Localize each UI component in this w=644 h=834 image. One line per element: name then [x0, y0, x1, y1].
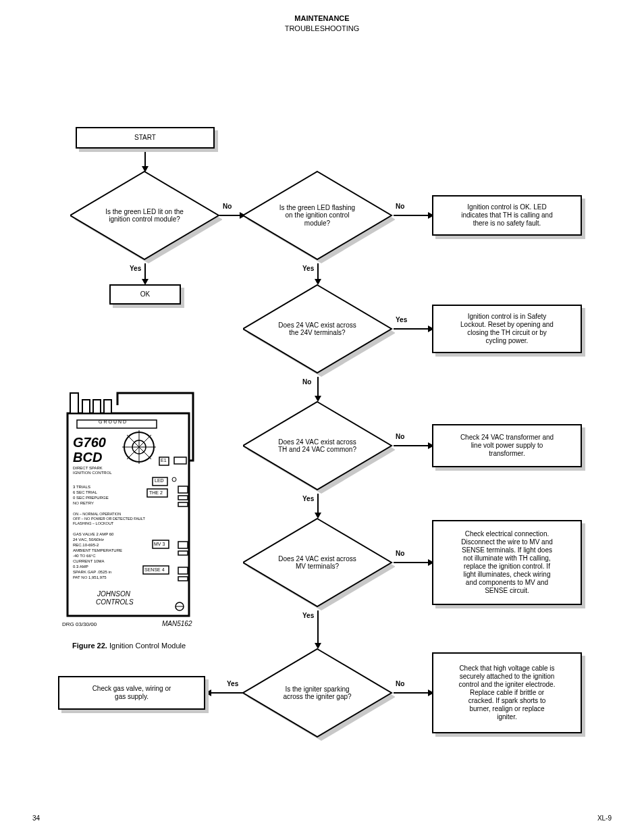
arrow	[394, 215, 429, 216]
label-no: No	[396, 550, 404, 557]
device-series: BCD	[73, 450, 102, 465]
svg-rect-25	[174, 457, 186, 464]
svg-rect-31	[178, 551, 188, 555]
arrow	[394, 692, 429, 694]
pcb-date: DRG 03/30/00	[62, 621, 97, 627]
arrow	[317, 263, 319, 280]
action-transformer: Check 24 VAC transformer andline volt po…	[432, 424, 582, 467]
action-text: Check that high voltage cable issecurely…	[455, 660, 560, 725]
decision-mv-terminals: Does 24 VAC exist acrossMV terminals?	[243, 516, 392, 609]
svg-rect-29	[178, 502, 188, 506]
svg-rect-27	[178, 486, 188, 493]
ignition-control-module-figure: GROUND G760 BCD DIRECT SPARK IGNITION CO…	[58, 380, 198, 643]
device-rating: AMBIENT TEMPERATURE	[73, 548, 122, 552]
svg-rect-13	[70, 393, 78, 413]
device-rating: 24 VAC, 50/60Hz	[73, 538, 104, 542]
svg-rect-16	[104, 400, 111, 413]
action-text: Check gas valve, wiring orgas supply.	[88, 681, 176, 705]
label-no: No	[396, 203, 404, 210]
decision-text: Is the green LED lit on theignition cont…	[70, 169, 219, 262]
action-lockout: Ignition control is in SafetyLockout. Re…	[432, 305, 582, 353]
label-yes: Yes	[396, 316, 407, 323]
svg-rect-30	[178, 542, 188, 548]
action-ok: Ignition control is OK. LEDindicates tha…	[432, 195, 582, 236]
ok-node: OK	[109, 284, 181, 305]
decision-text: Does 24 VAC exist acrossMV terminals?	[243, 516, 392, 609]
arrow	[317, 610, 319, 644]
label-yes: Yes	[302, 612, 314, 619]
label-yes: Yes	[130, 265, 141, 272]
device-led-on: ON – NORMAL OPERATION	[73, 512, 121, 516]
decision-igniter-spark: Is the igniter sparkingacross the ignite…	[243, 646, 392, 739]
device-sub2: IGNITION CONTROL	[73, 471, 112, 475]
start-node: START	[76, 127, 215, 149]
action-text: Ignition control is in SafetyLockout. Re…	[456, 309, 558, 349]
action-text: Ignition control is OK. LEDindicates tha…	[457, 199, 556, 232]
label-no: No	[396, 680, 404, 687]
device-rating: SPARK GAP .0525 in	[73, 570, 111, 574]
device-rating: CURRENT 10MA	[73, 559, 105, 563]
device-rating: GAS VALVE 2 AMP 60	[73, 532, 113, 536]
action-text: Check electrical connection.Disconnect t…	[457, 526, 557, 599]
start-label: START	[130, 130, 160, 146]
arrow	[317, 377, 319, 397]
device-rating: -40 TO 66°C	[73, 554, 96, 558]
decision-text: Does 24 VAC exist acrossthe 24V terminal…	[243, 282, 392, 375]
label-yes: Yes	[227, 680, 238, 687]
device-sub1: DIRECT SPARK	[73, 466, 103, 470]
device-spec: 0 SEC PREPURGE	[73, 496, 109, 500]
term-mv3: MV 3	[154, 542, 165, 546]
term-sense4: SENSE 4	[144, 567, 165, 572]
label-yes: Yes	[302, 265, 314, 272]
device-rating: REC.10-695-2	[73, 543, 99, 547]
svg-rect-32	[178, 567, 188, 574]
arrow	[210, 692, 243, 694]
term-the2: THE 2	[149, 490, 163, 495]
brand-1: JOHNSON	[97, 590, 130, 598]
arrow	[394, 328, 429, 330]
figure-caption: Figure 22. Ignition Control Module	[58, 642, 200, 650]
device-led-off: OFF – NO POWER OR DETECTED FAULT	[73, 517, 145, 521]
brand-2: CONTROLS	[96, 598, 134, 606]
term-e1: E1	[161, 458, 167, 463]
arrow	[317, 494, 319, 514]
arrow	[394, 445, 429, 446]
device-rating: 0.3 AMP	[73, 565, 88, 569]
label-no: No	[302, 378, 311, 386]
action-hv-cable: Check that high voltage cable issecurely…	[432, 652, 582, 733]
decision-24vac-th: Does 24 VAC exist acrossTH and 24 VAC co…	[243, 399, 392, 492]
ground-label: GROUND	[99, 419, 128, 424]
decision-text: Is the igniter sparkingacross the ignite…	[243, 646, 392, 739]
svg-rect-33	[178, 577, 188, 581]
device-spec: 6 SEC TRIAL	[73, 490, 97, 494]
svg-rect-28	[178, 496, 188, 500]
page-model: XL-9	[597, 814, 612, 822]
arrow	[144, 152, 146, 167]
label-yes: Yes	[302, 495, 314, 502]
action-text: Check 24 VAC transformer andline volt po…	[456, 429, 558, 462]
label-no: No	[223, 203, 232, 210]
decision-led-flashing: Is the green LED flashingon the ignition…	[243, 169, 392, 262]
decision-text: Is the green LED flashingon the ignition…	[243, 169, 392, 262]
arrow	[394, 562, 429, 563]
svg-rect-15	[93, 400, 101, 413]
decision-24vac-terminals: Does 24 VAC exist acrossthe 24V terminal…	[243, 282, 392, 375]
device-led-flash: FLASHING – LOCKOUT	[73, 521, 113, 525]
action-gas-valve: Check gas valve, wiring orgas supply.	[58, 676, 205, 710]
page-subtitle: TROUBLESHOOTING	[34, 24, 610, 34]
arrow	[144, 263, 146, 280]
decision-text: Does 24 VAC exist acrossTH and 24 VAC co…	[243, 399, 392, 492]
page-number: 34	[32, 814, 40, 822]
device-spec: NO RETRY	[73, 501, 94, 505]
page-title: MAINTENANCE	[34, 14, 610, 24]
device-rating: PAT NO 1,951,975	[73, 575, 107, 579]
action-connection: Check electrical connection.Disconnect t…	[432, 520, 582, 605]
decision-led-lit: Is the green LED lit on theignition cont…	[70, 169, 219, 262]
device-model: G760	[73, 435, 106, 450]
label-no: No	[396, 433, 404, 440]
pcb-code: MAN5162	[162, 620, 192, 627]
ok-label: OK	[136, 286, 154, 303]
term-led: LED	[155, 478, 164, 483]
device-spec: 3 TRIALS	[73, 485, 90, 489]
arrow	[219, 215, 241, 216]
